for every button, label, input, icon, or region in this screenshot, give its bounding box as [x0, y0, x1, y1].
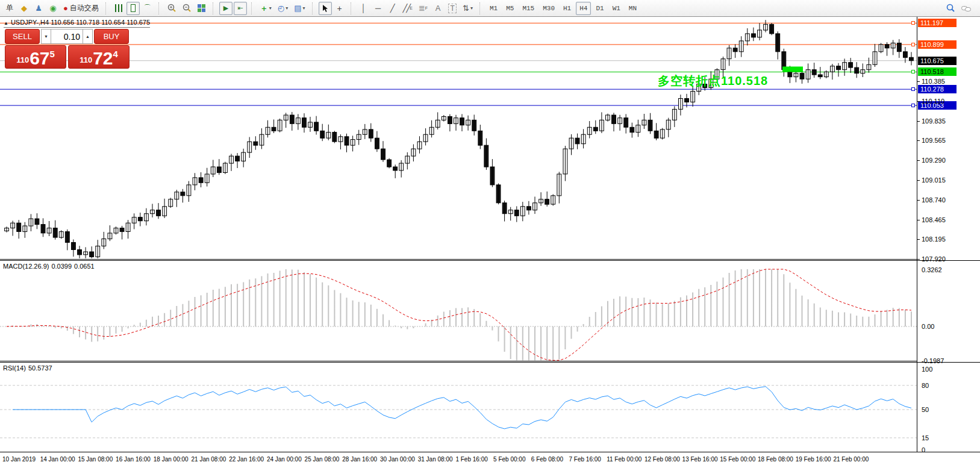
chart-line-button[interactable]: ⌒: [141, 2, 154, 15]
equidistant-channel-button[interactable]: ╱╱E: [401, 2, 415, 15]
zoom-out-button[interactable]: [180, 2, 194, 15]
time-axis-label: 10 Jan 2019: [2, 456, 36, 463]
new-order-label: 单: [6, 3, 13, 13]
new-order-button[interactable]: 单: [3, 2, 16, 15]
timeframe-h4[interactable]: H4: [576, 2, 591, 15]
rsi-pane[interactable]: [0, 363, 917, 452]
tile-windows-button[interactable]: [195, 2, 208, 15]
chart-shift-icon: ⇤: [237, 5, 243, 11]
time-axis-label: 18 Feb 08:00: [758, 456, 793, 463]
buy-button[interactable]: BUY: [94, 29, 129, 44]
chart-title-text: USDJPY-,H4 110.656 110.718 110.654 110.6…: [11, 19, 150, 26]
text-label-button[interactable]: T: [446, 2, 459, 15]
volume-stepper: ▼ ▲: [41, 29, 93, 44]
text-icon: A: [435, 4, 441, 13]
zoom-in-icon: [167, 4, 176, 13]
search-button[interactable]: [944, 2, 958, 15]
time-axis-label: 11 Feb 00:00: [607, 456, 641, 463]
price-level-label: 110.518: [918, 67, 957, 76]
time-axis-label: 21 Feb 00:00: [833, 456, 869, 463]
timeframe-d1[interactable]: D1: [592, 2, 607, 15]
separator: [105, 2, 109, 14]
timeframe-m15[interactable]: M15: [519, 2, 538, 15]
text-tool-button[interactable]: A: [431, 2, 445, 15]
collapse-icon[interactable]: ▲: [4, 20, 8, 26]
sell-button[interactable]: SELL: [5, 29, 40, 44]
crosshair-button[interactable]: +: [333, 2, 346, 15]
price-tick-label: 109.565: [922, 137, 946, 144]
timeframe-w1[interactable]: W1: [609, 2, 624, 15]
price-tick-label: 110.110: [922, 98, 944, 105]
price-tick-label: 108.465: [922, 216, 946, 223]
time-axis-label: 18 Jan 00:00: [154, 456, 189, 463]
timeframe-m30[interactable]: M30: [539, 2, 558, 15]
volume-up-button[interactable]: ▲: [83, 29, 93, 44]
arrows-icon: ⇅: [463, 4, 469, 12]
buy-price[interactable]: 110 72 4: [68, 45, 130, 69]
price-tick-label: 109.015: [922, 176, 946, 184]
indicators-button[interactable]: ＋▾: [258, 2, 274, 15]
profile-icon[interactable]: ♟: [32, 2, 45, 15]
price-axis-border: [917, 17, 917, 452]
rsi-axis-label: 15: [922, 434, 929, 442]
time-axis-label: 1 Feb 16:00: [455, 456, 487, 463]
time-axis-label: 16 Jan 16:00: [116, 456, 151, 463]
sell-price[interactable]: 110 67 5: [5, 45, 66, 69]
time-axis-label: 25 Jan 08:00: [305, 456, 340, 463]
community-button[interactable]: [959, 2, 973, 15]
price-level-label: 110.899: [918, 40, 957, 49]
signals-icon[interactable]: ◉: [46, 2, 60, 15]
macd-axis-label: 0.3262: [922, 266, 942, 273]
price-level-label: 111.197: [918, 19, 957, 27]
toolbar: 单 ◆ ♟ ◉ ● 自动交易 ⌒ ▶ ⇤ ＋▾ ◴▾ ▤▾ + │: [0, 0, 980, 17]
zoom-in-button[interactable]: [165, 2, 179, 15]
price-tick-label: 108.195: [922, 236, 946, 243]
macd-pane[interactable]: [0, 261, 917, 361]
text-label-icon: T: [448, 4, 456, 13]
horizontal-line-icon: ─: [375, 4, 381, 12]
templates-button[interactable]: ▤▾: [292, 2, 307, 15]
arrows-button[interactable]: ⇅▾: [460, 2, 475, 15]
auto-scroll-button[interactable]: ▶: [219, 2, 233, 15]
search-icon: [946, 4, 955, 13]
price-level-label: 110.278: [918, 85, 957, 93]
bars-icon: [115, 4, 122, 12]
styler-icon[interactable]: ◆: [17, 2, 31, 15]
toolbar-right: [943, 2, 978, 15]
time-axis-label: 28 Jan 16:00: [342, 456, 377, 463]
price-tick-label: 107.920: [922, 255, 946, 263]
pane-splitter[interactable]: [0, 361, 917, 361]
separator: [479, 2, 483, 14]
main-price-pane[interactable]: [0, 17, 917, 259]
autotrading-button[interactable]: ● 自动交易: [61, 2, 101, 15]
chart-shift-button[interactable]: ⇤: [234, 2, 247, 15]
volume-input[interactable]: [51, 29, 83, 44]
clock-icon: ◴: [278, 4, 284, 12]
trendline-button[interactable]: ╱: [386, 2, 399, 15]
time-axis-label: 6 Feb 08:00: [531, 456, 563, 463]
separator: [251, 2, 255, 14]
auto-scroll-icon: ▶: [223, 5, 228, 11]
chart-candles-button[interactable]: [126, 2, 140, 15]
templates-icon: ▤: [294, 4, 301, 12]
pane-splitter[interactable]: [0, 259, 917, 260]
periods-button[interactable]: ◴▾: [275, 2, 290, 15]
price-level-label: 110.053: [918, 101, 957, 110]
timeframe-m5[interactable]: M5: [502, 2, 517, 15]
timeframe-m1[interactable]: M1: [486, 2, 501, 15]
timeframe-mn[interactable]: MN: [625, 2, 640, 15]
horizontal-line-button[interactable]: ─: [372, 2, 385, 15]
separator: [158, 2, 162, 14]
chart-bars-button[interactable]: [112, 2, 125, 15]
chart-window: ▲USDJPY-,H4 110.656 110.718 110.654 110.…: [0, 17, 980, 465]
time-axis-label: 12 Feb 08:00: [644, 456, 680, 463]
candles-icon: [131, 4, 136, 12]
volume-down-button[interactable]: ▼: [41, 29, 51, 44]
timeframe-h1[interactable]: H1: [560, 2, 575, 15]
trendline-icon: ╱: [390, 4, 395, 12]
autotrading-icon: ●: [63, 4, 68, 12]
fibonacci-button[interactable]: ≣F: [416, 2, 430, 15]
cursor-button[interactable]: [319, 2, 332, 15]
vertical-line-button[interactable]: │: [357, 2, 370, 15]
price-tick-label: 108.740: [922, 196, 946, 204]
